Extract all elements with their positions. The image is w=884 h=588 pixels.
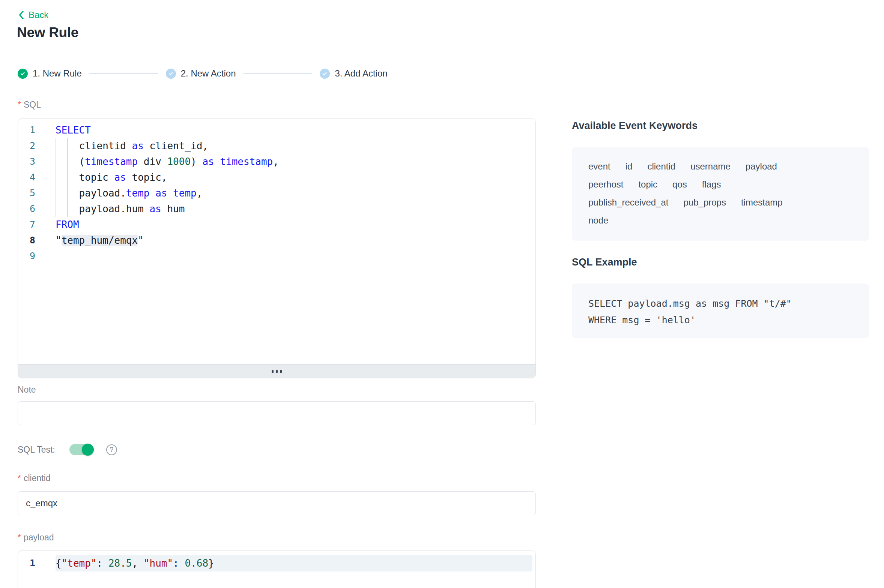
code-line: 7FROM (18, 217, 535, 232)
code-token (214, 156, 220, 167)
keyword-row: node (588, 212, 852, 230)
code-token: " (56, 235, 62, 246)
sql-code-lines: 1SELECT2 clientid as client_id,3 (timest… (18, 119, 535, 364)
code-token: div (138, 156, 167, 167)
keywords-panel: eventidclientidusernamepayloadpeerhostto… (572, 147, 869, 241)
code-content: FROM (56, 217, 79, 232)
code-line: 2 clientid as client_id, (18, 138, 535, 154)
clientid-field-label: * clientid (18, 473, 51, 483)
payload-code-editor[interactable]: 1{"temp": 28.5, "hum": 0.68} (18, 550, 536, 588)
code-token: hum (161, 203, 185, 214)
sql-field-label: * SQL (18, 100, 41, 110)
code-line: 6 payload.hum as hum (18, 201, 535, 217)
resize-dots-icon (276, 370, 278, 373)
code-token: ( (56, 156, 85, 167)
line-number-gutter: 4 (18, 170, 44, 185)
keyword-item: event (588, 158, 610, 176)
line-number-gutter: 2 (18, 138, 44, 154)
code-line: 5 payload.temp as temp, (18, 185, 535, 201)
code-line: 9 (18, 248, 535, 264)
code-token: , (132, 558, 144, 569)
code-token: client_id, (144, 140, 208, 152)
code-content: clientid as client_id, (56, 138, 208, 154)
code-token: as (155, 188, 167, 199)
code-token: topic (56, 172, 114, 183)
keyword-item: username (690, 158, 731, 176)
code-token: FROM (56, 219, 79, 230)
keyword-item: topic (638, 176, 657, 194)
code-token: : (97, 558, 108, 569)
required-asterisk: * (18, 473, 21, 483)
keyword-item: qos (672, 176, 687, 194)
stepper-connector (243, 73, 312, 74)
sql-test-label: SQL Test: (18, 445, 55, 455)
keyword-item: pub_props (683, 194, 726, 212)
code-token: 0.68 (185, 558, 208, 569)
keywords-panel-title: Available Event Keywords (572, 120, 698, 132)
sql-example-line: SELECT payload.msg as msg FROM "t/#" (588, 296, 852, 312)
back-button[interactable]: Back (18, 10, 48, 20)
code-token: 28.5 (108, 558, 132, 569)
code-content: (timestamp div 1000) as timestamp, (56, 154, 279, 170)
code-token: timestamp (220, 156, 273, 167)
keyword-item: node (588, 212, 608, 230)
code-content: {"temp": 28.5, "hum": 0.68} (56, 555, 532, 572)
keyword-row: peerhosttopicqosflags (588, 176, 852, 194)
line-number-gutter: 9 (18, 248, 44, 264)
code-content: SELECT (56, 122, 91, 138)
code-token: payload. (56, 188, 126, 199)
back-label: Back (29, 10, 48, 20)
code-token: payload.hum (56, 203, 149, 214)
line-number-gutter: 8 (18, 232, 44, 248)
payload-field-label: * payload (18, 532, 54, 543)
code-token: } (208, 558, 214, 569)
code-token: as (149, 203, 161, 214)
keyword-row: eventidclientidusernamepayload (588, 158, 852, 176)
code-token: , (197, 188, 203, 199)
step-check-icon (166, 69, 176, 79)
indent-guide (56, 138, 56, 217)
note-field-label: Note (18, 385, 36, 395)
code-content: payload.temp as temp, (56, 185, 202, 201)
keyword-item: id (625, 158, 633, 176)
help-icon[interactable]: ? (106, 444, 117, 455)
line-number-gutter: 5 (18, 185, 44, 201)
indent-guide (67, 138, 68, 217)
code-token: " (138, 235, 144, 246)
sql-example-line: WHERE msg = 'hello' (588, 312, 852, 328)
sql-example-title: SQL Example (572, 256, 637, 268)
step-label: 2. New Action (181, 68, 236, 79)
code-token: : (173, 558, 185, 569)
code-line: 8"temp_hum/emqx" (18, 232, 535, 248)
clientid-input[interactable] (18, 491, 536, 515)
stepper-connector (89, 73, 158, 74)
step-check-icon (320, 69, 330, 79)
code-token: { (56, 558, 62, 569)
code-token: temp_hum/emqx (62, 235, 138, 246)
code-token (167, 188, 173, 199)
keyword-item: clientid (647, 158, 675, 176)
stepper: 1. New Rule2. New Action3. Add Action (18, 68, 388, 80)
sql-code-editor[interactable]: 1SELECT2 clientid as client_id,3 (timest… (18, 118, 536, 378)
note-input[interactable] (18, 401, 536, 425)
code-token: ) (191, 156, 202, 167)
payload-code-lines: 1{"temp": 28.5, "hum": 0.68} (18, 551, 535, 572)
keyword-item: publish_received_at (588, 194, 668, 212)
stepper-step-2: 2. New Action (166, 68, 236, 79)
code-line: 1{"temp": 28.5, "hum": 0.68} (18, 555, 535, 572)
sql-test-toggle[interactable] (69, 444, 93, 455)
stepper-step-1: 1. New Rule (18, 68, 82, 79)
code-line: 4 topic as topic, (18, 170, 535, 185)
line-number-gutter: 3 (18, 154, 44, 170)
editor-resize-handle[interactable] (18, 364, 535, 378)
step-label: 1. New Rule (33, 68, 82, 79)
code-token: as (132, 140, 144, 152)
code-token: as (202, 156, 214, 167)
code-content: payload.hum as hum (56, 201, 185, 217)
line-number-gutter: 7 (18, 217, 44, 232)
resize-dots-icon (280, 370, 282, 373)
code-token: SELECT (56, 124, 91, 136)
required-asterisk: * (18, 100, 21, 110)
sql-test-row: SQL Test: ? (18, 443, 117, 456)
code-token: timestamp (85, 156, 138, 167)
